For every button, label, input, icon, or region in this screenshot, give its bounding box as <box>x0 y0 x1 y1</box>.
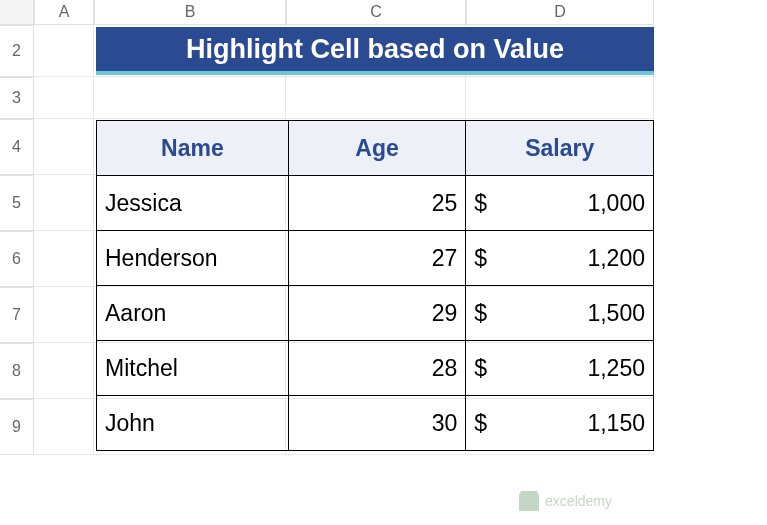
col-header-b[interactable]: B <box>94 0 286 25</box>
row-header-5[interactable]: 5 <box>0 175 34 231</box>
row-header-4[interactable]: 4 <box>0 119 34 175</box>
currency-symbol: $ <box>474 355 487 382</box>
table-header-row: Name Age Salary <box>97 121 654 176</box>
row-header-3[interactable]: 3 <box>0 77 34 119</box>
salary-value: 1,000 <box>587 190 645 217</box>
salary-value: 1,250 <box>587 355 645 382</box>
currency-symbol: $ <box>474 410 487 437</box>
title-banner: Highlight Cell based on Value <box>96 27 654 75</box>
row-header-6[interactable]: 6 <box>0 231 34 287</box>
cell-a9[interactable] <box>34 399 94 455</box>
cell-a7[interactable] <box>34 287 94 343</box>
salary-value: 1,200 <box>587 245 645 272</box>
table-row: Aaron29$1,500 <box>97 286 654 341</box>
select-all-corner[interactable] <box>0 0 34 25</box>
cell-name[interactable]: Mitchel <box>97 341 289 396</box>
table-row: Mitchel28$1,250 <box>97 341 654 396</box>
row-header-8[interactable]: 8 <box>0 343 34 399</box>
cell-salary[interactable]: $1,250 <box>466 341 654 396</box>
currency-symbol: $ <box>474 190 487 217</box>
cell-c3[interactable] <box>286 77 466 119</box>
data-table: Name Age Salary Jessica25$1,000Henderson… <box>96 120 654 451</box>
cell-salary[interactable]: $1,150 <box>466 396 654 451</box>
row-header-9[interactable]: 9 <box>0 399 34 455</box>
row-header-2[interactable]: 2 <box>0 25 34 77</box>
header-age[interactable]: Age <box>288 121 466 176</box>
cell-name[interactable]: Jessica <box>97 176 289 231</box>
cell-a5[interactable] <box>34 175 94 231</box>
title-text: Highlight Cell based on Value <box>186 34 564 65</box>
table-row: Henderson27$1,200 <box>97 231 654 286</box>
cell-salary[interactable]: $1,500 <box>466 286 654 341</box>
currency-symbol: $ <box>474 300 487 327</box>
watermark: exceldemy <box>519 491 612 511</box>
cell-age[interactable]: 28 <box>288 341 466 396</box>
cell-a6[interactable] <box>34 231 94 287</box>
cell-name[interactable]: Aaron <box>97 286 289 341</box>
cell-b3[interactable] <box>94 77 286 119</box>
cell-age[interactable]: 27 <box>288 231 466 286</box>
table-row: John30$1,150 <box>97 396 654 451</box>
cell-a4[interactable] <box>34 119 94 175</box>
watermark-text: exceldemy <box>545 493 612 509</box>
col-header-a[interactable]: A <box>34 0 94 25</box>
salary-value: 1,150 <box>587 410 645 437</box>
cell-a3[interactable] <box>34 77 94 119</box>
col-header-d[interactable]: D <box>466 0 654 25</box>
col-header-c[interactable]: C <box>286 0 466 25</box>
cell-d3[interactable] <box>466 77 654 119</box>
header-salary[interactable]: Salary <box>466 121 654 176</box>
cell-name[interactable]: John <box>97 396 289 451</box>
cell-salary[interactable]: $1,000 <box>466 176 654 231</box>
cell-a2[interactable] <box>34 25 94 77</box>
watermark-icon <box>519 491 539 511</box>
cell-age[interactable]: 30 <box>288 396 466 451</box>
cell-a8[interactable] <box>34 343 94 399</box>
cell-salary[interactable]: $1,200 <box>466 231 654 286</box>
data-table-wrap: Name Age Salary Jessica25$1,000Henderson… <box>96 120 654 451</box>
header-name[interactable]: Name <box>97 121 289 176</box>
table-row: Jessica25$1,000 <box>97 176 654 231</box>
cell-age[interactable]: 29 <box>288 286 466 341</box>
salary-value: 1,500 <box>587 300 645 327</box>
cell-name[interactable]: Henderson <box>97 231 289 286</box>
cell-age[interactable]: 25 <box>288 176 466 231</box>
row-header-7[interactable]: 7 <box>0 287 34 343</box>
currency-symbol: $ <box>474 245 487 272</box>
